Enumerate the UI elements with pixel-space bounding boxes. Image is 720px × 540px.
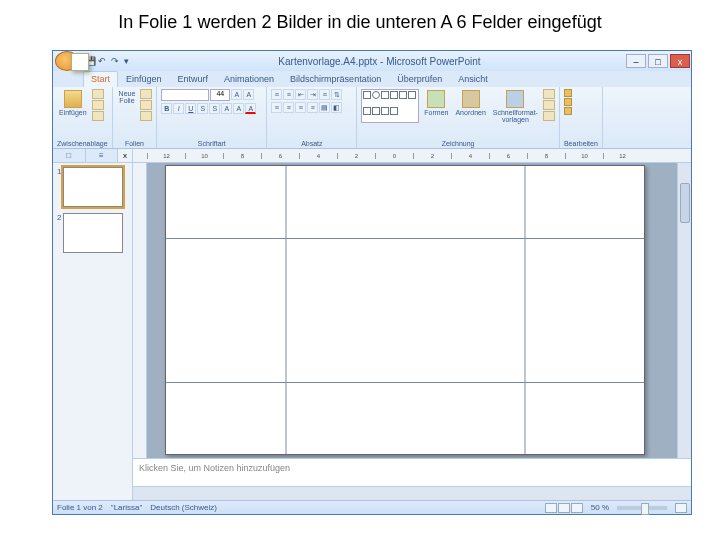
drawing-label: Zeichnung [361, 140, 555, 148]
panel-close-button[interactable]: x [118, 149, 132, 162]
powerpoint-window: 💾 ↶ ↷ ▾ Kartenvorlage.A4.pptx - Microsof… [52, 50, 692, 515]
case-button[interactable]: A [233, 103, 244, 114]
justify-button[interactable]: ≡ [307, 102, 318, 113]
window-title: Kartenvorlage.A4.pptx - Microsoft PowerP… [134, 56, 625, 67]
numbering-button[interactable]: ≡ [283, 89, 294, 100]
find-button[interactable] [564, 89, 572, 97]
indent-dec-button[interactable]: ⇤ [295, 89, 306, 100]
titlebar: 💾 ↶ ↷ ▾ Kartenvorlage.A4.pptx - Microsof… [53, 51, 691, 71]
notes-pane[interactable]: Klicken Sie, um Notizen hinzuzufügen [133, 458, 691, 486]
shape-fill-button[interactable] [543, 89, 555, 99]
group-paragraph: ≡ ≡ ⇤ ⇥ ≡ ⇅ ≡ ≡ ≡ ≡ ▤ ◧ [267, 87, 357, 148]
paragraph-label: Absatz [271, 140, 352, 148]
shape-effects-button[interactable] [543, 111, 555, 121]
clipboard-label: Zwischenablage [57, 140, 108, 148]
ribbon-tabs: Start Einfügen Entwurf Animationen Bilds… [53, 71, 691, 87]
shapes-icon [427, 90, 445, 108]
group-font: 44 A A B I U S S A A A Sc [157, 87, 267, 148]
editing-label: Bearbeiten [564, 140, 598, 148]
reset-button[interactable] [140, 100, 152, 110]
new-slide-button[interactable]: Neue Folie [117, 89, 138, 105]
spacing-button[interactable]: A [221, 103, 232, 114]
line-spacing-button[interactable]: ≡ [319, 89, 330, 100]
delete-button[interactable] [140, 111, 152, 121]
select-button[interactable] [564, 107, 572, 115]
undo-icon[interactable]: ↶ [98, 56, 108, 66]
normal-view-button[interactable] [545, 503, 557, 513]
slide-canvas[interactable] [165, 165, 645, 455]
shapes-gallery[interactable] [361, 89, 419, 123]
grow-font-button[interactable]: A [231, 89, 242, 100]
vertical-scrollbar[interactable] [677, 163, 691, 458]
font-size-box[interactable]: 44 [210, 89, 230, 101]
tab-bildschirmpraesentation[interactable]: Bildschirmpräsentation [282, 71, 389, 87]
group-clipboard: Einfügen Zwischenablage [53, 87, 113, 148]
align-right-button[interactable]: ≡ [295, 102, 306, 113]
sorter-view-button[interactable] [558, 503, 570, 513]
align-left-button[interactable]: ≡ [271, 102, 282, 113]
replace-button[interactable] [564, 98, 572, 106]
editor-area: 12108642024681012 Klicken Sie, um Notize… [133, 149, 691, 500]
slide-canvas-area[interactable] [147, 163, 677, 458]
fit-window-button[interactable] [675, 503, 687, 513]
horizontal-ruler: 12108642024681012 [133, 149, 691, 163]
quick-styles-button[interactable]: Schnellformat- vorlagen [491, 89, 540, 124]
tab-animationen[interactable]: Animationen [216, 71, 282, 87]
slides-tab[interactable]: □ [53, 149, 86, 162]
zoom-slider[interactable] [617, 506, 667, 510]
zoom-level[interactable]: 50 % [591, 503, 609, 512]
outline-tab[interactable]: ≡ [86, 149, 119, 162]
shrink-font-button[interactable]: A [243, 89, 254, 100]
arrange-icon [462, 90, 480, 108]
align-center-button[interactable]: ≡ [283, 102, 294, 113]
tab-start[interactable]: Start [83, 71, 118, 87]
format-painter-button[interactable] [92, 111, 104, 121]
paste-button[interactable]: Einfügen [57, 89, 89, 117]
close-button[interactable]: x [670, 54, 690, 68]
font-color-button[interactable]: A [245, 103, 256, 114]
group-slides: Neue Folie Folien [113, 87, 158, 148]
bold-button[interactable]: B [161, 103, 172, 114]
workspace: □ ≡ x 1 2 12108642024681012 [53, 149, 691, 500]
status-theme: "Larissa" [111, 503, 142, 512]
tab-entwurf[interactable]: Entwurf [170, 71, 217, 87]
text-direction-button[interactable]: ⇅ [331, 89, 342, 100]
strike-button[interactable]: S [197, 103, 208, 114]
tab-ueberpruefen[interactable]: Überprüfen [389, 71, 450, 87]
slide-thumbnail-1[interactable] [63, 167, 123, 207]
minimize-button[interactable]: – [626, 54, 646, 68]
horizontal-scrollbar[interactable] [133, 486, 691, 500]
scrollbar-thumb[interactable] [680, 183, 690, 223]
slides-panel: □ ≡ x 1 2 [53, 149, 133, 500]
tab-einfuegen[interactable]: Einfügen [118, 71, 170, 87]
tab-ansicht[interactable]: Ansicht [450, 71, 496, 87]
slides-label: Folien [117, 140, 153, 148]
slide-thumbnail-2[interactable] [63, 213, 123, 253]
status-bar: Folie 1 von 2 "Larissa" Deutsch (Schweiz… [53, 500, 691, 514]
indent-inc-button[interactable]: ⇥ [307, 89, 318, 100]
maximize-button[interactable]: □ [648, 54, 668, 68]
thumb-number-2: 2 [57, 213, 61, 222]
cut-button[interactable] [92, 89, 104, 99]
bullets-button[interactable]: ≡ [271, 89, 282, 100]
shapes-button[interactable]: Formen [422, 89, 450, 117]
underline-button[interactable]: U [185, 103, 196, 114]
quick-styles-icon [506, 90, 524, 108]
page-caption: In Folie 1 werden 2 Bilder in die untere… [0, 0, 720, 43]
italic-button[interactable]: I [173, 103, 184, 114]
font-family-box[interactable] [161, 89, 209, 101]
shadow-button[interactable]: S [209, 103, 220, 114]
layout-button[interactable] [140, 89, 152, 99]
shape-outline-button[interactable] [543, 100, 555, 110]
smartart-button[interactable]: ◧ [331, 102, 342, 113]
paste-icon [64, 90, 82, 108]
copy-button[interactable] [92, 100, 104, 110]
slideshow-view-button[interactable] [571, 503, 583, 513]
qat-more-icon[interactable]: ▾ [124, 56, 134, 66]
status-language[interactable]: Deutsch (Schweiz) [150, 503, 217, 512]
arrange-button[interactable]: Anordnen [453, 89, 487, 117]
redo-icon[interactable]: ↷ [111, 56, 121, 66]
group-editing: Bearbeiten [560, 87, 603, 148]
new-slide-icon [71, 53, 89, 71]
columns-button[interactable]: ▤ [319, 102, 330, 113]
